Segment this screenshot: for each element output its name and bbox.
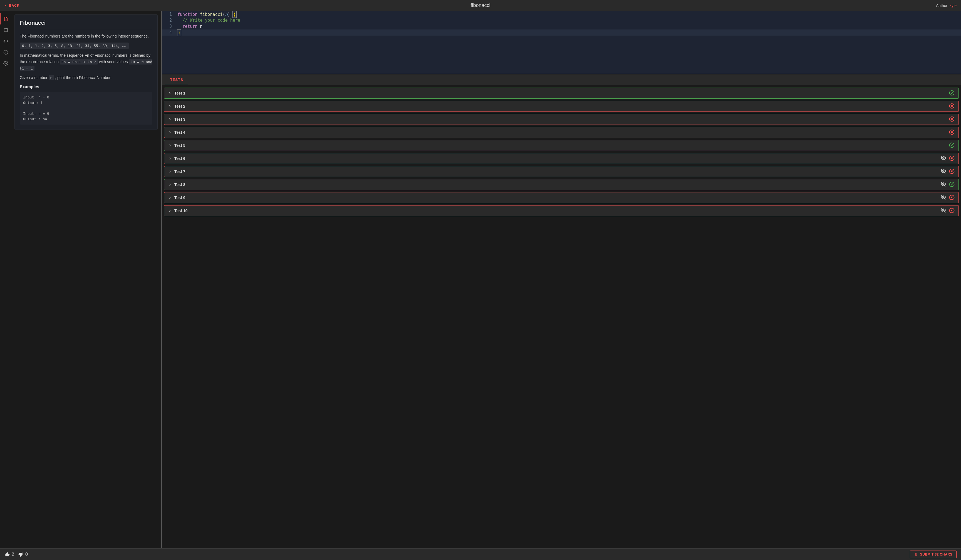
hidden-icon <box>941 181 946 188</box>
test-row[interactable]: Test 1 <box>164 88 959 99</box>
test-label: Test 6 <box>174 156 941 161</box>
test-status-icons <box>941 208 955 214</box>
thumbs-down-icon <box>18 552 24 557</box>
given-paragraph: Given a number n , print the nth Fibonac… <box>20 74 153 81</box>
x-circle-icon <box>949 116 955 123</box>
test-status-icons <box>941 168 955 175</box>
x-circle-icon <box>949 129 955 136</box>
recurrence-code: Fn = Fn-1 + Fn-2 <box>60 59 98 64</box>
test-status-icons <box>949 129 955 136</box>
topbar: BACK fibonacci Author kyle <box>0 0 961 11</box>
test-status-icons <box>941 156 955 162</box>
author-prefix: Author <box>936 3 947 8</box>
test-row[interactable]: Test 3 <box>164 114 959 125</box>
tests-panel: TESTS Test 1Test 2Test 3Test 4Test 5Test… <box>162 74 961 548</box>
upload-icon <box>914 552 918 557</box>
x-circle-icon <box>949 208 955 214</box>
problem-panel: Fibonacci The Fibonacci numbers are the … <box>11 11 161 548</box>
test-row[interactable]: Test 9 <box>164 192 959 203</box>
chevron-right-icon <box>168 144 172 147</box>
fib-sequence: 0, 1, 1, 2, 3, 5, 8, 13, 21, 34, 55, 89,… <box>20 43 129 49</box>
test-row[interactable]: Test 2 <box>164 101 959 112</box>
test-status-icons <box>941 181 955 188</box>
page-title: fibonacci <box>471 3 490 8</box>
given-var: n <box>49 75 54 80</box>
line-number: 1 <box>162 11 177 17</box>
info-icon <box>3 50 8 55</box>
code-line-4: } <box>177 29 181 35</box>
main-content: Fibonacci The Fibonacci numbers are the … <box>0 11 961 548</box>
test-label: Test 5 <box>174 143 949 148</box>
tab-tests[interactable]: TESTS <box>165 74 188 85</box>
sidebar-item-settings[interactable] <box>0 58 11 69</box>
test-row[interactable]: Test 5 <box>164 140 959 151</box>
chevron-right-icon <box>168 170 172 173</box>
right-panel: 1 function fibonacci(n) { 2 // Write you… <box>161 11 961 548</box>
seed-prefix: with seed values <box>98 59 129 64</box>
code-editor[interactable]: 1 function fibonacci(n) { 2 // Write you… <box>162 11 961 74</box>
line-number: 2 <box>162 17 177 23</box>
given-suffix: , print the nth Fibonacci Number. <box>54 75 111 80</box>
submit-label: SUBMIT 32 CHARS <box>920 552 952 557</box>
clipboard-icon <box>3 27 8 32</box>
document-icon <box>3 16 8 21</box>
test-row[interactable]: Test 8 <box>164 179 959 190</box>
problem-title: Fibonacci <box>20 20 153 29</box>
author-info: Author kyle <box>936 3 956 8</box>
code-line-1: function fibonacci(n) { <box>177 11 237 17</box>
hidden-icon <box>941 195 946 201</box>
chevron-right-icon <box>168 157 172 160</box>
sidebar-item-info[interactable] <box>0 47 11 58</box>
sidebar-item-clipboard[interactable] <box>0 24 11 35</box>
test-status-icons <box>949 116 955 123</box>
downvote-button[interactable]: 0 <box>18 552 28 557</box>
test-row[interactable]: Test 7 <box>164 166 959 177</box>
test-label: Test 4 <box>174 130 949 135</box>
tests-tabs: TESTS <box>162 74 961 85</box>
test-label: Test 1 <box>174 91 949 95</box>
chevron-right-icon <box>168 104 172 108</box>
tests-list: Test 1Test 2Test 3Test 4Test 5Test 6Test… <box>162 85 961 548</box>
problem-intro: The Fibonacci numbers are the numbers in… <box>20 33 153 39</box>
check-circle-icon <box>949 181 955 188</box>
code-line-2: // Write your code here <box>177 17 240 23</box>
test-label: Test 8 <box>174 182 941 187</box>
x-circle-icon <box>949 195 955 201</box>
sidebar-item-description[interactable] <box>0 13 11 24</box>
test-label: Test 2 <box>174 104 949 108</box>
x-circle-icon <box>949 156 955 162</box>
test-row[interactable]: Test 6 <box>164 153 959 164</box>
given-prefix: Given a number <box>20 75 49 80</box>
line-number: 3 <box>162 23 177 29</box>
examples-heading: Examples <box>20 84 153 89</box>
test-row[interactable]: Test 4 <box>164 127 959 138</box>
chevron-right-icon <box>168 131 172 134</box>
thumbs-up-icon <box>5 552 10 557</box>
x-circle-icon <box>949 103 955 109</box>
test-status-icons <box>949 103 955 109</box>
back-button[interactable]: BACK <box>5 3 20 8</box>
test-label: Test 10 <box>174 209 941 213</box>
sidebar-item-code[interactable] <box>0 35 11 47</box>
submit-button[interactable]: SUBMIT 32 CHARS <box>910 550 956 558</box>
sidebar <box>0 11 11 548</box>
check-circle-icon <box>949 90 955 96</box>
recurrence-paragraph: In mathematical terms, the sequence Fn o… <box>20 52 153 71</box>
chevron-right-icon <box>168 91 172 95</box>
gear-icon <box>3 61 8 66</box>
code-line-3: return n <box>177 23 202 29</box>
chevron-right-icon <box>168 118 172 121</box>
test-label: Test 3 <box>174 117 949 122</box>
problem-card: Fibonacci The Fibonacci numbers are the … <box>14 14 157 130</box>
test-label: Test 9 <box>174 196 941 200</box>
hidden-icon <box>941 168 946 175</box>
x-circle-icon <box>949 168 955 175</box>
upvote-button[interactable]: 2 <box>5 552 14 557</box>
line-number: 4 <box>162 29 177 35</box>
chevron-left-icon <box>5 4 7 7</box>
test-row[interactable]: Test 10 <box>164 205 959 216</box>
test-status-icons <box>949 142 955 149</box>
footer: 2 0 SUBMIT 32 CHARS <box>0 548 961 560</box>
author-name[interactable]: kyle <box>950 3 956 8</box>
chevron-right-icon <box>168 196 172 199</box>
